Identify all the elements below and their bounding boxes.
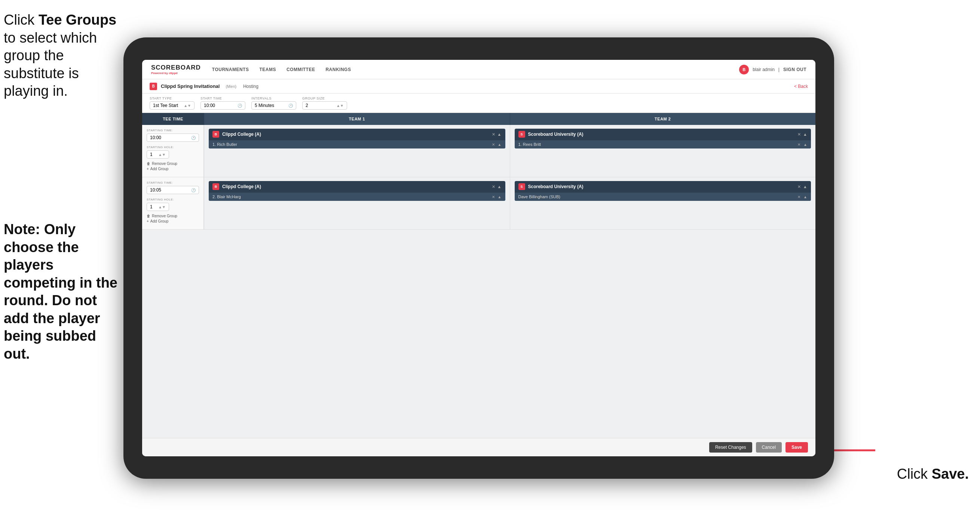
col-team2: Team 2 <box>510 113 816 125</box>
team2-controls-2: ✕ ▲ <box>797 185 807 189</box>
nav-tournaments[interactable]: TOURNAMENTS <box>212 65 249 74</box>
starting-hole-label-1: STARTING HOLE: <box>146 145 199 149</box>
remove-group-label-2: Remove Group <box>152 214 177 218</box>
content-area: STARTING TIME: 10:00 🕐 STARTING HOLE: 1 … <box>142 125 815 438</box>
player-arrow-2-2: ▲ <box>803 195 807 199</box>
cancel-button[interactable]: Cancel <box>756 442 782 452</box>
save-button[interactable]: Save <box>786 442 808 452</box>
nav-right: B blair admin | Sign out <box>739 65 807 75</box>
intervals-input[interactable]: 5 Minutes 🕐 <box>251 101 296 110</box>
team1-close-1[interactable]: ✕ <box>492 132 495 137</box>
player-row-1-2: 2. Blair McHarg ✕ ▲ <box>209 192 505 201</box>
start-time-input[interactable]: 10:00 🕐 <box>200 101 245 110</box>
add-group-btn-1[interactable]: + Add Group <box>146 167 199 171</box>
group-row-2: STARTING TIME: 10:05 🕐 STARTING HOLE: 1 … <box>142 177 815 230</box>
reset-changes-button[interactable]: Reset Changes <box>709 442 752 452</box>
player-close-2-1[interactable]: ✕ <box>797 143 800 146</box>
start-type-input[interactable]: 1st Tee Start ▲▼ <box>150 101 194 110</box>
player-name-2-1: 1. Rees Britt <box>519 142 795 146</box>
intervals-group: Intervals 5 Minutes 🕐 <box>251 97 296 110</box>
team2-col-2: S Scoreboard University (A) ✕ ▲ Dave Bil… <box>510 177 816 229</box>
subnav-left: B Clippd Spring Invitational (Men) Hosti… <box>150 83 258 90</box>
team2-card-2[interactable]: S Scoreboard University (A) ✕ ▲ Dave Bil… <box>515 181 811 201</box>
player-arrow-1-1: ▲ <box>498 143 501 146</box>
team2-card-header-1: S Scoreboard University (A) ✕ ▲ <box>515 129 811 140</box>
col-team1: Team 1 <box>204 113 510 125</box>
add-group-label-2: Add Group <box>150 219 168 223</box>
starting-time-input-1[interactable]: 10:00 🕐 <box>146 134 199 142</box>
starting-time-value-1: 10:00 <box>150 135 161 140</box>
group-size-value: 2 <box>305 103 308 108</box>
team1-close-2[interactable]: ✕ <box>492 185 495 189</box>
intervals-clock: 🕐 <box>288 103 293 108</box>
start-time-clock: 🕐 <box>237 103 242 108</box>
remove-icon-1: 🗑 <box>146 162 150 166</box>
back-button[interactable]: < Back <box>794 84 808 89</box>
team1-controls-2: ✕ ▲ <box>492 185 501 189</box>
hole-arrow-2: ▲▼ <box>158 205 166 209</box>
player-row-2-1: 1. Rees Britt ✕ ▲ <box>515 140 811 148</box>
player-arrow-2-1: ▲ <box>803 143 807 146</box>
starting-hole-input-1[interactable]: 1 ▲▼ <box>146 150 169 159</box>
remove-group-label-1: Remove Group <box>152 162 177 166</box>
remove-group-btn-1[interactable]: 🗑 Remove Group <box>146 162 199 166</box>
settings-bar: Start Type 1st Tee Start ▲▼ Start Time 1… <box>142 94 815 113</box>
team1-col-2: B Clippd College (A) ✕ ▲ 2. Blair McHarg… <box>204 177 510 229</box>
team1-card-2[interactable]: B Clippd College (A) ✕ ▲ 2. Blair McHarg… <box>209 181 505 201</box>
player-close-1-1[interactable]: ✕ <box>492 143 495 146</box>
team2-arrow-2: ▲ <box>803 185 807 189</box>
group-size-label: Group Size <box>302 97 347 100</box>
logo-scoreboard: SCOREBOARD <box>151 64 201 72</box>
add-group-btn-2[interactable]: + Add Group <box>146 219 199 223</box>
nav-committee[interactable]: COMMITTEE <box>286 65 315 74</box>
remove-group-btn-2[interactable]: 🗑 Remove Group <box>146 214 199 218</box>
note-label: Note: Only choose the players competing … <box>4 221 118 362</box>
start-type-label: Start Type <box>150 97 194 100</box>
instruction-main: Click Tee Groups to select which group t… <box>4 11 120 100</box>
group-size-group: Group Size 2 ▲▼ <box>302 97 347 110</box>
team2-card-1[interactable]: S Scoreboard University (A) ✕ ▲ 1. Rees … <box>515 129 811 148</box>
starting-hole-label-2: STARTING HOLE: <box>146 198 199 201</box>
starting-time-value-2: 10:05 <box>150 187 161 193</box>
starting-hole-input-2[interactable]: 1 ▲▼ <box>146 203 169 211</box>
starting-hole-value-2: 1 <box>150 204 153 209</box>
logo-powered: Powered by clippd <box>151 72 201 75</box>
player-row-2-2: Dave Billingham (SUB) ✕ ▲ <box>515 192 811 201</box>
instruction-plain: Click <box>4 12 38 28</box>
avatar: B <box>739 65 749 75</box>
player-row-1-1: 1. Rich Butler ✕ ▲ <box>209 140 505 148</box>
starting-time-label-1: STARTING TIME: <box>146 129 199 132</box>
footer: Reset Changes Cancel Save <box>142 438 815 456</box>
team1-arrow-2: ▲ <box>498 185 501 189</box>
start-time-group: Start Time 10:00 🕐 <box>200 97 245 110</box>
nav-rankings[interactable]: RANKINGS <box>325 65 351 74</box>
nav-teams[interactable]: TEAMS <box>259 65 276 74</box>
add-group-label-1: Add Group <box>150 167 168 171</box>
group-size-arrow: ▲▼ <box>336 103 344 108</box>
team2-close-2[interactable]: ✕ <box>797 185 801 189</box>
pipe-separator: | <box>778 67 780 72</box>
time-icon-2: 🕐 <box>191 188 196 192</box>
subnav-title: Clippd Spring Invitational <box>161 83 220 89</box>
instruction-note: Note: Only choose the players competing … <box>4 221 120 363</box>
team2-arrow-1: ▲ <box>803 132 807 137</box>
teams-area-1: B Clippd College (A) ✕ ▲ 1. Rich Butler … <box>204 125 815 177</box>
player-name-2-2: Dave Billingham (SUB) <box>519 194 795 199</box>
table-header: Tee Time Team 1 Team 2 <box>142 113 815 125</box>
tablet-screen: SCOREBOARD Powered by clippd TOURNAMENTS… <box>142 60 815 456</box>
tablet-shell: SCOREBOARD Powered by clippd TOURNAMENTS… <box>123 37 834 479</box>
team1-card-1[interactable]: B Clippd College (A) ✕ ▲ 1. Rich Butler … <box>209 129 505 148</box>
tt-actions-2: 🗑 Remove Group + Add Group <box>146 214 199 223</box>
team2-close-1[interactable]: ✕ <box>797 132 801 137</box>
sign-out-link[interactable]: Sign out <box>783 65 807 74</box>
player-close-1-2[interactable]: ✕ <box>492 195 495 199</box>
group-size-input[interactable]: 2 ▲▼ <box>302 101 347 110</box>
starting-time-input-2[interactable]: 10:05 🕐 <box>146 186 199 194</box>
player-close-2-2[interactable]: ✕ <box>797 195 800 199</box>
player-arrow-1-2: ▲ <box>498 195 501 199</box>
powered-text: Powered by <box>151 72 168 75</box>
intervals-label: Intervals <box>251 97 296 100</box>
player-name-1-1: 1. Rich Butler <box>212 142 489 146</box>
team1-badge-1: B <box>212 131 219 138</box>
brand-name: clippd <box>169 72 178 75</box>
